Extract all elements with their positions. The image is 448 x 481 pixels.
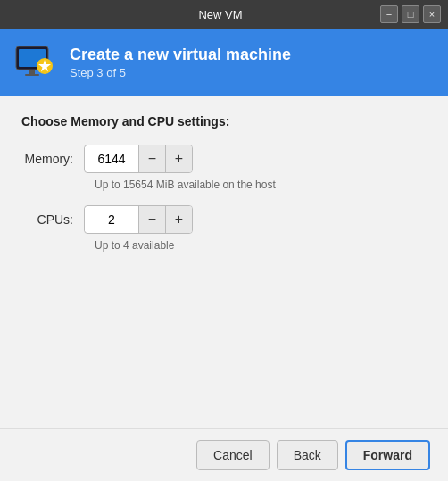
svg-rect-2 — [29, 70, 35, 74]
svg-rect-3 — [25, 74, 39, 76]
restore-button[interactable]: □ — [402, 5, 419, 23]
title-bar: New VM − □ × — [0, 0, 448, 29]
memory-label: Memory: — [21, 152, 84, 166]
wizard-subtitle: Step 3 of 5 — [70, 66, 291, 79]
wizard-content: Choose Memory and CPU settings: Memory: … — [0, 96, 448, 428]
vm-icon — [14, 41, 57, 84]
header-text: Create a new virtual machine Step 3 of 5 — [70, 46, 291, 79]
cpu-increase-button[interactable]: + — [165, 206, 192, 233]
memory-input[interactable] — [85, 147, 138, 170]
memory-row: Memory: − + — [21, 145, 427, 173]
window-controls: − □ × — [380, 5, 441, 23]
cpu-row: CPUs: − + — [21, 205, 427, 234]
window-title: New VM — [61, 8, 380, 21]
wizard-footer: Cancel Back Forward — [0, 428, 448, 481]
wizard-title: Create a new virtual machine — [70, 46, 291, 64]
forward-button[interactable]: Forward — [345, 440, 430, 470]
back-button[interactable]: Back — [277, 440, 338, 470]
cpu-spinbox: − + — [84, 205, 193, 234]
cancel-button[interactable]: Cancel — [196, 440, 270, 470]
wizard-header: Create a new virtual machine Step 3 of 5 — [0, 29, 448, 96]
minimize-button[interactable]: − — [380, 5, 398, 23]
cpu-hint: Up to 4 available — [95, 239, 427, 252]
cpu-label: CPUs: — [21, 212, 84, 227]
memory-decrease-button[interactable]: − — [138, 145, 165, 172]
memory-increase-button[interactable]: + — [165, 145, 192, 172]
cpu-decrease-button[interactable]: − — [138, 206, 165, 233]
memory-hint: Up to 15654 MiB available on the host — [95, 178, 427, 191]
cpu-input[interactable] — [85, 208, 138, 231]
section-title: Choose Memory and CPU settings: — [21, 114, 427, 129]
close-button[interactable]: × — [423, 5, 441, 23]
memory-spinbox: − + — [84, 145, 193, 173]
